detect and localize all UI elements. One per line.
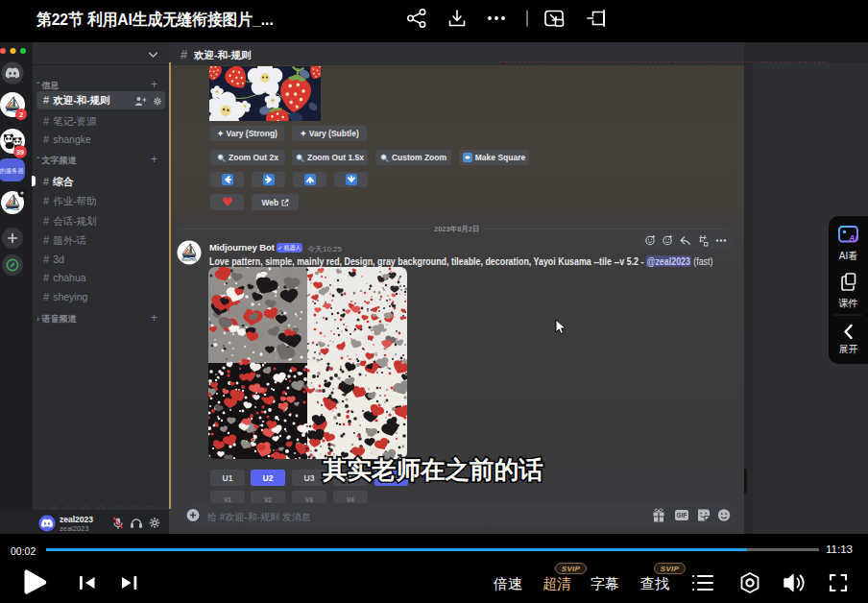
svg-text:2: 2 bbox=[19, 110, 23, 119]
svg-text:zeal2023: zeal2023 bbox=[60, 515, 93, 524]
svg-text:AI: AI bbox=[848, 233, 857, 243]
svg-text:其实老师在之前的话: 其实老师在之前的话 bbox=[323, 456, 543, 483]
svg-text:展开: 展开 bbox=[839, 344, 858, 354]
svg-text:AI看: AI看 bbox=[839, 251, 857, 261]
svg-text:GIF: GIF bbox=[677, 512, 687, 519]
svg-text:课件: 课件 bbox=[839, 298, 858, 308]
svg-text:39: 39 bbox=[16, 149, 24, 156]
svg-text:Midjourney: Midjourney bbox=[181, 258, 197, 262]
svg-text:zeal2023: zeal2023 bbox=[60, 524, 88, 533]
svg-text:的服务器: 的服务器 bbox=[0, 167, 24, 175]
